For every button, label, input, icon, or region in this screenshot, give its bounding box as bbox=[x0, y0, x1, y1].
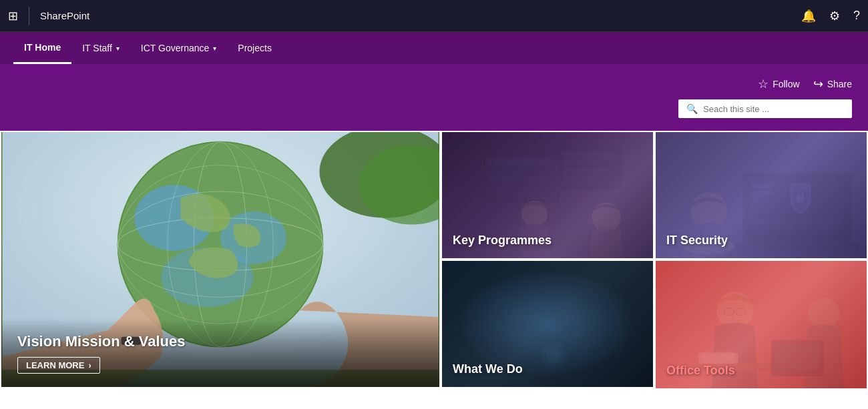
waffle-icon[interactable]: ⊞ bbox=[8, 9, 18, 23]
svg-rect-29 bbox=[564, 175, 596, 180]
svg-rect-40 bbox=[758, 226, 837, 230]
chevron-down-icon: ▾ bbox=[213, 45, 216, 52]
svg-rect-38 bbox=[797, 195, 805, 202]
nav-item-it-staff[interactable]: IT Staff ▾ bbox=[71, 32, 130, 64]
hero-title: Vision Mission & Values bbox=[17, 333, 423, 350]
svg-line-55 bbox=[531, 336, 541, 343]
svg-point-50 bbox=[541, 342, 567, 368]
top-bar-icons: 🔔 ⚙ ? bbox=[801, 9, 860, 23]
nav-item-projects[interactable]: Projects bbox=[227, 32, 282, 64]
svg-rect-19 bbox=[489, 169, 541, 174]
office-tools-label: Office Tools bbox=[666, 364, 735, 378]
share-label: Share bbox=[827, 79, 852, 89]
top-bar: ⊞ SharePoint 🔔 ⚙ ? bbox=[0, 0, 868, 32]
svg-rect-18 bbox=[489, 158, 551, 166]
it-security-label: IT Security bbox=[666, 234, 728, 248]
svg-rect-21 bbox=[489, 184, 528, 189]
svg-rect-64 bbox=[736, 308, 745, 315]
sub-header: ☆ Follow ↪ Share 🔍 bbox=[0, 64, 868, 131]
svg-rect-27 bbox=[564, 161, 603, 165]
svg-rect-16 bbox=[482, 151, 561, 203]
svg-point-41 bbox=[690, 192, 727, 229]
help-icon[interactable]: ? bbox=[853, 9, 860, 23]
hero-content: Vision Mission & Values LEARN MORE › bbox=[1, 320, 439, 387]
svg-rect-72 bbox=[776, 345, 819, 370]
svg-line-54 bbox=[567, 336, 577, 343]
share-icon: ↪ bbox=[813, 77, 823, 91]
app-title: SharePoint bbox=[40, 10, 801, 21]
key-programmes-label: Key Programmes bbox=[453, 234, 552, 248]
svg-rect-39 bbox=[751, 218, 843, 224]
svg-point-51 bbox=[546, 348, 562, 364]
svg-rect-68 bbox=[702, 352, 734, 362]
learn-more-label: LEARN MORE bbox=[26, 360, 84, 370]
nav-label-it-staff: IT Staff bbox=[82, 43, 112, 53]
svg-rect-35 bbox=[742, 171, 853, 244]
svg-point-69 bbox=[808, 298, 839, 330]
svg-rect-63 bbox=[724, 308, 734, 315]
svg-point-62 bbox=[716, 292, 753, 329]
office-tools-tile[interactable]: Office Tools bbox=[654, 260, 868, 388]
svg-rect-20 bbox=[489, 177, 548, 182]
hero-tile[interactable]: Vision Mission & Values LEARN MORE › bbox=[0, 131, 441, 388]
svg-rect-67 bbox=[698, 353, 738, 364]
chevron-right-icon: › bbox=[88, 360, 91, 370]
svg-rect-71 bbox=[774, 343, 821, 372]
search-input[interactable] bbox=[703, 104, 844, 114]
nav-label-ict-governance: ICT Governance bbox=[141, 43, 209, 53]
svg-rect-37 bbox=[751, 179, 843, 234]
svg-rect-22 bbox=[516, 204, 527, 214]
nav-label-it-home: IT Home bbox=[24, 42, 61, 53]
it-security-tile[interactable]: DIGITAL SECURITY IT Security bbox=[654, 131, 868, 260]
svg-rect-36 bbox=[745, 175, 849, 238]
svg-rect-26 bbox=[564, 151, 612, 158]
nav-item-it-home[interactable]: IT Home bbox=[13, 32, 71, 64]
search-icon: 🔍 bbox=[686, 103, 698, 114]
svg-point-30 bbox=[592, 203, 621, 232]
svg-rect-24 bbox=[558, 145, 623, 191]
svg-text:DIGITAL: DIGITAL bbox=[753, 184, 771, 189]
follow-label: Follow bbox=[773, 79, 799, 89]
divider bbox=[29, 7, 29, 25]
chevron-down-icon: ▾ bbox=[116, 45, 120, 52]
svg-point-49 bbox=[531, 333, 578, 379]
svg-rect-43 bbox=[735, 243, 859, 250]
share-button[interactable]: ↪ Share bbox=[813, 77, 852, 91]
key-programmes-tile[interactable]: Key Programmes bbox=[441, 131, 654, 260]
learn-more-button[interactable]: LEARN MORE › bbox=[17, 357, 100, 374]
svg-rect-23 bbox=[505, 212, 537, 216]
bell-icon[interactable]: 🔔 bbox=[801, 9, 816, 23]
nav-item-ict-governance[interactable]: ICT Governance ▾ bbox=[130, 32, 227, 64]
follow-button[interactable]: ☆ Follow bbox=[758, 77, 799, 91]
svg-point-52 bbox=[550, 352, 558, 360]
content-grid: Vision Mission & Values LEARN MORE › bbox=[0, 131, 868, 388]
what-we-do-label: What We Do bbox=[453, 362, 523, 376]
follow-share-row: ☆ Follow ↪ Share bbox=[758, 77, 852, 91]
svg-rect-17 bbox=[485, 155, 558, 199]
star-icon: ☆ bbox=[758, 77, 769, 91]
svg-point-31 bbox=[521, 201, 548, 227]
svg-rect-28 bbox=[564, 168, 610, 173]
svg-rect-70 bbox=[771, 340, 824, 376]
nav-label-projects: Projects bbox=[238, 43, 272, 53]
svg-text:SECURITY: SECURITY bbox=[752, 191, 775, 195]
search-box: 🔍 bbox=[678, 99, 852, 118]
what-we-do-tile[interactable]: What We Do bbox=[441, 260, 654, 388]
nav-bar: IT Home IT Staff ▾ ICT Governance ▾ Proj… bbox=[0, 32, 868, 64]
svg-point-48 bbox=[537, 290, 570, 323]
svg-rect-25 bbox=[561, 148, 620, 186]
gear-icon[interactable]: ⚙ bbox=[829, 9, 840, 23]
